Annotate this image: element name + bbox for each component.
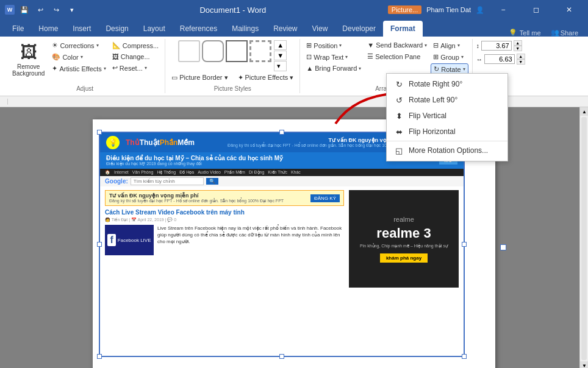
google-text: Google: <box>105 178 128 185</box>
scroll-down-button[interactable]: ▼ <box>580 361 588 368</box>
style-up-button[interactable]: ▲ <box>274 40 287 50</box>
selection-pane-button[interactable]: ☰ Selection Pane <box>365 51 429 62</box>
align-icon: ⊟ <box>433 41 439 49</box>
nav-system[interactable]: Hệ Thống <box>157 170 176 175</box>
nav-mobile[interactable]: Di Động <box>249 170 264 175</box>
picture-border-button[interactable]: ▭ Picture Border ▾ <box>169 73 230 83</box>
close-button[interactable]: ✕ <box>555 0 583 19</box>
tab-format[interactable]: Format <box>383 21 423 37</box>
handle-tl[interactable] <box>97 130 102 135</box>
handle-ml[interactable] <box>97 242 102 247</box>
bring-forward-button[interactable]: ▲ Bring Forward ▾ <box>304 63 364 73</box>
width-down-button[interactable]: ▼ <box>517 59 525 65</box>
user-name[interactable]: Pham Tien Dat <box>426 6 471 13</box>
style-swatch-2[interactable] <box>202 40 224 62</box>
flip-vertical-item[interactable]: ⬍ Flip Vertical <box>387 108 507 124</box>
tab-insert[interactable]: Insert <box>65 21 98 37</box>
width-spinner[interactable]: ▲ ▼ <box>517 54 525 65</box>
position-button[interactable]: ⊞ Position ▾ <box>304 40 364 51</box>
title-bar: W 💾 ↩ ↪ ▾ Document1 - Word Picture... Ph… <box>0 0 588 19</box>
account-icon[interactable]: 👤 <box>476 6 484 14</box>
arrange-col1: ⊞ Position ▾ ⊡ Wrap Text ▾ ▲ Bring Forwa… <box>304 40 364 73</box>
redo-qat-button[interactable]: ↪ <box>50 4 62 16</box>
send-backward-button[interactable]: ▼ Send Backward ▾ <box>365 40 429 50</box>
width-up-button[interactable]: ▲ <box>517 54 525 59</box>
height-up-button[interactable]: ▲ <box>514 40 522 46</box>
title-bar-right: Picture... Pham Tien Dat 👤 − ◻ ✕ <box>388 0 583 19</box>
nav-knowledge[interactable]: Kiến Thức <box>268 170 287 175</box>
tab-developer[interactable]: Developer <box>335 21 383 37</box>
width-input-row: ↔ ▲ ▼ <box>476 54 525 65</box>
reset-button[interactable]: ↩ Reset... ▾ <box>110 63 161 73</box>
bring-forward-icon: ▲ <box>306 65 313 72</box>
group-button[interactable]: ⊞ Group ▾ <box>431 52 468 62</box>
height-down-button[interactable]: ▼ <box>514 46 522 51</box>
effects-button[interactable]: ✦ Artistic Effects ▾ <box>49 63 108 74</box>
corrections-button[interactable]: ☀ Corrections ▾ <box>49 40 108 51</box>
more-rotation-item[interactable]: ◱ More Rotation Options... <box>387 141 507 158</box>
tab-view[interactable]: View <box>305 21 335 37</box>
tab-references[interactable]: References <box>173 21 224 37</box>
change-picture-button[interactable]: 🖼 Change... <box>110 52 161 62</box>
nav-more[interactable]: Khác <box>291 170 301 175</box>
flip-horizontal-item[interactable]: ⬌ Flip Horizontal <box>387 124 507 140</box>
tell-me-box[interactable]: 💡 Tell me <box>504 29 546 37</box>
vertical-scrollbar[interactable]: ▲ ▼ <box>579 107 588 368</box>
nav-software[interactable]: Phần Mềm <box>224 170 245 175</box>
style-swatch-4[interactable] <box>249 40 271 62</box>
tab-design[interactable]: Design <box>98 21 135 37</box>
handle-mr[interactable] <box>462 242 467 247</box>
scroll-up-button[interactable]: ▲ <box>580 107 588 116</box>
handle-tc[interactable] <box>279 130 284 135</box>
context-tab-label[interactable]: Picture... <box>388 5 421 14</box>
minimize-button[interactable]: − <box>489 0 517 19</box>
undo-qat-button[interactable]: ↩ <box>34 4 46 16</box>
handle-br[interactable] <box>462 354 467 359</box>
style-swatch-1[interactable] <box>178 40 200 62</box>
wrap-text-button[interactable]: ⊡ Wrap Text ▾ <box>304 52 364 62</box>
restore-button[interactable]: ◻ <box>522 0 550 19</box>
qat-more-button[interactable]: ▾ <box>66 4 78 16</box>
site-search-button[interactable]: 🔍 <box>206 178 218 185</box>
nav-audio[interactable]: Audio Video <box>198 170 221 175</box>
nav-office[interactable]: Văn Phòng <box>132 170 154 175</box>
remove-background-button[interactable]: 🖼 RemoveBackground <box>9 40 48 79</box>
rotate-left-item[interactable]: ↺ Rotate Left 90° <box>387 92 507 108</box>
nav-graphics[interactable]: Đồ Họa <box>179 170 194 175</box>
height-input[interactable] <box>481 41 512 51</box>
color-button[interactable]: 🎨 Color ▾ <box>49 52 108 62</box>
share-button[interactable]: 👥 Share <box>546 29 583 37</box>
rotate-right-item[interactable]: ↻ Rotate Right 90° <box>387 76 507 92</box>
scroll-handle-right[interactable] <box>500 244 506 250</box>
tab-home[interactable]: Home <box>31 21 65 37</box>
ad-dang-ky-button[interactable]: ĐĂNG KÝ <box>310 194 340 202</box>
realme-cta-button[interactable]: khám phá ngay <box>380 253 428 263</box>
tell-me-label: Tell me <box>520 29 541 37</box>
save-qat-button[interactable]: 💾 <box>18 4 30 16</box>
width-input[interactable] <box>484 54 515 64</box>
picture-effects-button[interactable]: ✦ Picture Effects ▾ <box>235 73 296 83</box>
flip-horizontal-icon: ⬌ <box>394 127 404 136</box>
compress-icon: 📐 <box>112 41 121 49</box>
reset-arrow: ▾ <box>145 65 147 71</box>
tab-file[interactable]: File <box>5 21 31 37</box>
position-arrow: ▾ <box>339 43 342 48</box>
tab-layout[interactable]: Layout <box>136 21 173 37</box>
tab-mailings[interactable]: Mailings <box>224 21 266 37</box>
style-down-button[interactable]: ▼ <box>274 51 287 60</box>
wrap-text-arrow: ▾ <box>345 54 348 60</box>
style-swatch-3[interactable] <box>226 40 248 62</box>
scroll-thumb[interactable] <box>581 117 587 360</box>
compress-button[interactable]: 📐 Compress... <box>110 40 161 51</box>
style-more-button[interactable]: ▾ <box>274 61 287 71</box>
handle-bc[interactable] <box>279 354 284 359</box>
site-search-input[interactable] <box>131 177 204 185</box>
handle-bl[interactable] <box>97 354 102 359</box>
reset-label: Reset... <box>120 65 143 72</box>
align-label: Align <box>440 42 455 49</box>
tab-review[interactable]: Review <box>266 21 304 37</box>
nav-internet[interactable]: Internet <box>114 170 129 175</box>
height-spinner[interactable]: ▲ ▼ <box>514 40 522 51</box>
align-button[interactable]: ⊟ Align ▾ <box>431 40 468 51</box>
nav-home[interactable]: 🏠 <box>105 170 110 175</box>
